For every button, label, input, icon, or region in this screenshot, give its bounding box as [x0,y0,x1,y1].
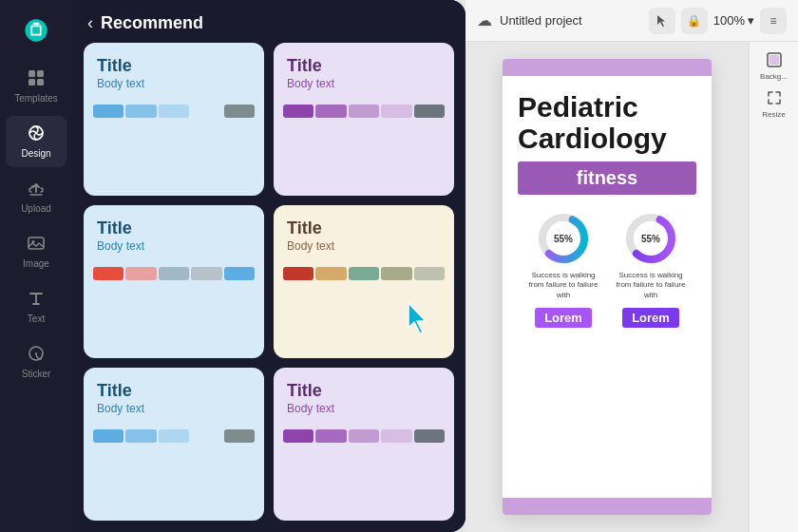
text-label: Text [28,314,45,325]
sidebar: Templates Design Upload [0,0,72,532]
cursor-tool-button[interactable] [649,8,675,34]
resize-tool[interactable]: Resize [755,87,793,122]
sidebar-item-design[interactable]: Design [6,116,66,167]
sidebar-item-templates[interactable]: Templates [6,61,66,112]
svg-point-9 [35,352,37,354]
design-card-2[interactable]: Title Body text [274,43,454,196]
canvas-area: Pediatric Cardiology fitness [466,42,798,532]
design-label: Design [21,148,50,160]
card-3-swatches [84,261,264,290]
card-4-body: Body text [287,239,441,255]
svg-rect-17 [770,55,779,65]
card-6-title: Title [287,381,441,402]
card-5-body: Body text [97,402,251,417]
app-logo [17,11,55,49]
templates-icon [27,68,46,90]
svg-rect-2 [28,79,35,86]
svg-rect-6 [28,238,44,249]
chart-1-caption: Success is walking from failure to failu… [525,271,601,300]
zoom-chevron: ▾ [748,13,754,28]
sticker-icon [27,344,46,366]
sidebar-item-upload[interactable]: Upload [6,171,66,222]
panel-title: Recommend [101,13,203,33]
text-icon [27,289,46,311]
card-2-title: Title [287,56,441,77]
canvas-heading: Pediatric Cardiology [518,91,696,154]
resize-label: Resize [762,110,785,119]
svg-text:55%: 55% [641,234,660,244]
card-6-body: Body text [287,402,441,417]
card-2-body: Body text [287,77,441,92]
card-4-title: Title [287,218,441,239]
canvas-main-content: Pediatric Cardiology fitness [503,76,712,498]
cursor-overlay [405,301,435,332]
card-4-swatches [274,261,454,290]
chart-2-caption: Success is walking from failure to failu… [613,271,689,300]
canvas-subheading: fitness [518,162,696,195]
chart-item-2: 55% Success is walking from failure to f… [613,210,689,328]
zoom-value: 100% [713,13,745,28]
right-toolbar: Backg... Resize [749,42,798,532]
canvas-header-band [503,59,712,76]
background-label: Backg... [760,72,788,81]
card-2-swatches [274,99,454,127]
canvas-content: Pediatric Cardiology fitness [466,42,749,532]
charts-row: 55% Success is walking from failure to f… [518,210,696,328]
design-card-3[interactable]: Title Body text [84,205,264,358]
card-5-title: Title [97,381,251,402]
menu-button[interactable]: ≡ [760,8,787,34]
sidebar-item-image[interactable]: Image [6,226,66,277]
design-card-1[interactable]: Title Body text [84,43,264,196]
design-card-5[interactable]: Title Body text [84,368,264,521]
svg-rect-3 [37,79,44,86]
svg-rect-1 [37,70,44,77]
sticker-label: Sticker [22,369,51,380]
resize-icon [767,90,782,108]
lock-button[interactable]: 🔒 [681,8,708,34]
card-6-swatches [274,424,454,452]
background-icon [767,52,782,70]
background-tool[interactable]: Backg... [755,49,793,84]
design-icon [27,124,46,145]
desktop-titlebar: ☁ Untitled project 🔒 100% ▾ ≡ [466,0,798,42]
desktop-panel: ☁ Untitled project 🔒 100% ▾ ≡ Pediatric … [466,0,798,532]
donut-chart-1: 55% [535,210,592,267]
card-1-swatches [84,99,264,127]
zoom-control: 100% ▾ [713,13,754,28]
back-button[interactable]: ‹ [87,13,93,33]
card-5-swatches [84,424,264,452]
chart-item-1: 55% Success is walking from failure to f… [525,210,601,328]
card-3-body: Body text [97,239,251,255]
titlebar-controls: 🔒 100% ▾ ≡ [649,8,787,34]
upload-icon [27,179,46,200]
card-1-title: Title [97,56,251,77]
templates-label: Templates [14,93,58,104]
donut-chart-2: 55% [622,210,679,267]
lorem-btn-2[interactable]: Lorem [622,308,679,328]
main-content: ‹ Recommend Title Body text [72,0,466,532]
svg-rect-0 [28,70,35,77]
card-3-title: Title [97,218,251,239]
project-name: Untitled project [500,13,641,28]
mobile-panel: Templates Design Upload [0,0,466,532]
image-label: Image [23,258,49,270]
sidebar-item-text[interactable]: Text [6,281,66,332]
card-1-body: Body text [97,77,251,92]
design-card-4[interactable]: Title Body text [274,205,454,358]
cards-grid: Title Body text Title Body text [72,43,466,532]
image-icon [27,234,46,256]
cloud-icon: ☁ [477,11,492,29]
design-card-6[interactable]: Title Body text [274,368,454,521]
panel-header: ‹ Recommend [72,0,466,43]
upload-label: Upload [21,203,51,215]
sidebar-item-sticker[interactable]: Sticker [6,336,66,388]
canvas-footer-band [503,498,712,515]
svg-text:55%: 55% [554,234,573,244]
design-canvas: Pediatric Cardiology fitness [503,59,712,515]
lorem-btn-1[interactable]: Lorem [535,308,592,328]
